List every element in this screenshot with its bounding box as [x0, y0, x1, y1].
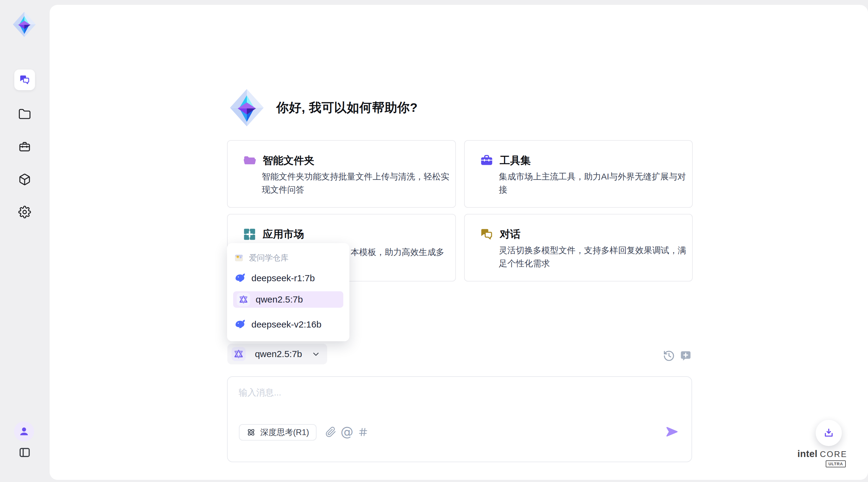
intel-core-logo: intel core ULTRA — [795, 449, 850, 467]
dropdown-item-deepseek-v2[interactable]: deepseek-v2:16b — [234, 316, 342, 333]
history-icon — [663, 350, 675, 362]
sidebar-toggle-icon — [18, 446, 31, 459]
qwen-badge — [231, 347, 246, 361]
card-title: 工具集 — [500, 153, 531, 168]
chat-bubbles-icon — [19, 74, 30, 86]
card-description: 集成市场上主流工具，助力AI与外界无缝扩展与对接 — [499, 170, 687, 196]
download-fab[interactable] — [816, 420, 842, 446]
dropdown-header: 爱问学仓库 — [234, 251, 342, 264]
model-dropdown: 爱问学仓库 deepseek-r1:7b qwen2.5:7b — [227, 243, 349, 341]
atom-icon — [246, 427, 256, 437]
folder-open-icon — [243, 153, 256, 168]
download-icon — [823, 427, 835, 439]
chevron-down-icon — [311, 349, 320, 359]
card-conversation[interactable]: 对话 灵活切换多模型文件，支持多样回复效果调试，满足个性化需求 — [464, 214, 693, 282]
new-chat-button[interactable] — [679, 349, 692, 362]
user-avatar[interactable] — [14, 421, 34, 442]
diamond-logo-icon — [11, 11, 37, 37]
sidebar-toggle-button[interactable] — [18, 446, 31, 459]
diamond-logo-icon — [227, 88, 267, 127]
greeting: 你好, 我可以如何帮助你? — [227, 88, 417, 127]
user-icon — [18, 425, 30, 437]
deepseek-whale-icon — [234, 273, 246, 284]
intel-core-wordmark: intel core — [795, 449, 850, 459]
card-smart-folder[interactable]: 智能文件夹 智能文件夹功能支持批量文件上传与清洗，轻松实现文件问答 — [227, 140, 456, 208]
card-title: 对话 — [500, 227, 521, 241]
attach-button[interactable] — [326, 427, 336, 439]
sidebar-item-folders[interactable] — [18, 108, 31, 121]
dropdown-item-deepseek-r1[interactable]: deepseek-r1:7b — [234, 270, 342, 286]
message-composer: 深度思考(R1) @ — [227, 376, 692, 462]
card-title: 应用市场 — [262, 227, 304, 241]
ultra-badge: ULTRA — [826, 460, 846, 467]
at-icon: @ — [341, 424, 353, 440]
briefcase-icon — [479, 153, 494, 168]
send-icon — [665, 425, 679, 438]
toolbox-icon — [18, 140, 31, 153]
dropdown-item-qwen-selected[interactable]: qwen2.5:7b — [233, 291, 343, 308]
cube-icon — [18, 173, 31, 186]
model-selector-value: qwen2.5:7b — [252, 349, 305, 359]
chat-bubbles-icon — [479, 227, 494, 241]
card-title: 智能文件夹 — [262, 153, 314, 168]
core-word: core — [820, 450, 847, 459]
card-toolset[interactable]: 工具集 集成市场上主流工具，助力AI与外界无缝扩展与对接 — [464, 140, 693, 208]
sidebar — [0, 0, 50, 482]
history-button[interactable] — [663, 350, 675, 362]
intel-word: intel — [797, 449, 817, 459]
dropdown-header-label: 爱问学仓库 — [249, 253, 288, 263]
model-selector-button[interactable]: qwen2.5:7b — [227, 344, 327, 364]
deep-think-label: 深度思考(R1) — [260, 427, 309, 438]
app-grid-icon — [243, 227, 256, 241]
sidebar-item-chat[interactable] — [14, 69, 35, 90]
folder-icon — [18, 108, 31, 121]
card-head: 对话 — [479, 227, 521, 241]
card-head: 应用市场 — [243, 227, 304, 241]
dropdown-item-label: qwen2.5:7b — [256, 294, 303, 305]
app-logo — [11, 11, 37, 37]
gear-icon — [18, 206, 31, 219]
hash-icon — [358, 427, 369, 437]
card-head: 智能文件夹 — [243, 153, 314, 168]
dropdown-item-label: deepseek-r1:7b — [251, 273, 315, 283]
qwen-icon — [238, 294, 249, 305]
greeting-title: 你好, 我可以如何帮助你? — [276, 99, 417, 116]
deepseek-whale-icon — [234, 319, 246, 330]
qwen-icon — [233, 348, 244, 360]
sidebar-item-models[interactable] — [18, 173, 31, 186]
new-chat-icon — [679, 349, 692, 362]
deep-think-toggle[interactable]: 深度思考(R1) — [239, 424, 316, 441]
paperclip-icon — [326, 427, 336, 437]
mention-button[interactable]: @ — [341, 424, 353, 440]
sidebar-item-settings[interactable] — [18, 206, 31, 219]
dropdown-item-label: deepseek-v2:16b — [251, 319, 321, 330]
hashtag-button[interactable] — [358, 427, 369, 439]
card-description-partial: 本模板，助力高效生成多 — [351, 246, 444, 259]
qwen-badge — [237, 293, 250, 306]
card-head: 工具集 — [479, 153, 531, 168]
sidebar-item-toolbox[interactable] — [18, 140, 31, 153]
card-description: 灵活切换多模型文件，支持多样回复效果调试，满足个性化需求 — [499, 244, 687, 270]
message-input[interactable] — [239, 385, 604, 400]
app-window: 你好, 我可以如何帮助你? 智能文件夹 智能文件夹功能支持批量文件上传与清洗，轻… — [0, 0, 868, 482]
send-button[interactable] — [665, 425, 679, 438]
card-description: 智能文件夹功能支持批量文件上传与清洗，轻松实现文件问答 — [262, 170, 450, 196]
repo-folder-icon — [234, 253, 244, 262]
